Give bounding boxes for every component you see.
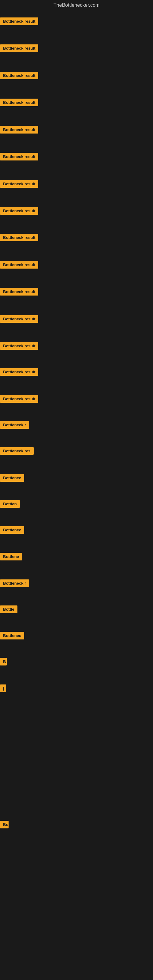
bottleneck-item: Bottleneck result: [0, 180, 38, 189]
bottleneck-item: Bottleneck result: [0, 72, 38, 81]
bottleneck-item: Bottleneck result: [0, 18, 38, 26]
bottleneck-badge[interactable]: Bottleneck result: [0, 72, 38, 79]
bottleneck-badge[interactable]: Bottleneck result: [0, 261, 38, 269]
bottleneck-badge[interactable]: Bo: [0, 821, 9, 829]
bottleneck-badge[interactable]: Bottlenec: [0, 526, 24, 534]
bottleneck-badge[interactable]: Bottleneck res: [0, 447, 33, 455]
bottleneck-item: B: [0, 658, 7, 667]
bottleneck-item: Bottleneck r: [0, 579, 29, 588]
bottleneck-item: Bottleneck result: [0, 368, 38, 377]
bottleneck-badge[interactable]: Bottleneck result: [0, 395, 38, 403]
site-title-bar: TheBottlenecker.com: [0, 0, 153, 10]
bottleneck-badge[interactable]: Bottleneck result: [0, 180, 38, 188]
bottleneck-item: Bottlene: [0, 553, 22, 562]
bottleneck-item: Bottleneck result: [0, 395, 38, 404]
bottleneck-badge[interactable]: Bottlene: [0, 553, 22, 560]
bottleneck-item: Bottlen: [0, 500, 20, 509]
bottleneck-badge[interactable]: Bottleneck result: [0, 126, 38, 134]
bottleneck-badge[interactable]: Bottleneck result: [0, 288, 38, 296]
bottleneck-badge[interactable]: Bottlen: [0, 500, 20, 508]
bottleneck-item: Bottleneck result: [0, 288, 38, 297]
bottleneck-item: Bottleneck result: [0, 315, 38, 324]
bottleneck-item: Bottleneck result: [0, 153, 38, 162]
bottleneck-item: Bottleneck result: [0, 99, 38, 108]
bottleneck-badge[interactable]: Bottleneck result: [0, 234, 38, 241]
bottleneck-badge[interactable]: Bottleneck result: [0, 315, 38, 323]
bottleneck-item: |: [0, 684, 6, 694]
bottleneck-item: Bottleneck result: [0, 126, 38, 135]
bottleneck-badge[interactable]: Bottleneck result: [0, 45, 38, 52]
bottleneck-badge[interactable]: Bottleneck result: [0, 153, 38, 161]
bottleneck-item: Bottleneck result: [0, 45, 38, 53]
bottleneck-item: Bottlenec: [0, 474, 24, 483]
bottleneck-item: Bottleneck result: [0, 261, 38, 270]
bottleneck-item: Bottle: [0, 605, 18, 614]
bottleneck-item: Bo: [0, 821, 9, 830]
bottleneck-badge[interactable]: Bottleneck result: [0, 99, 38, 106]
bottleneck-badge[interactable]: Bottlenec: [0, 474, 24, 482]
bottleneck-badge[interactable]: Bottleneck result: [0, 368, 38, 376]
bottleneck-badge[interactable]: B: [0, 658, 7, 665]
bottleneck-item: Bottleneck r: [0, 421, 29, 430]
bottleneck-badge[interactable]: Bottleneck result: [0, 342, 38, 350]
bottleneck-badge[interactable]: Bottleneck r: [0, 421, 29, 429]
bottleneck-badge[interactable]: Bottleneck r: [0, 579, 29, 587]
bottleneck-badge[interactable]: Bottlenec: [0, 632, 24, 640]
site-title: TheBottlenecker.com: [0, 0, 153, 10]
bottleneck-item: Bottlenec: [0, 632, 24, 641]
bottleneck-item: Bottleneck result: [0, 342, 38, 351]
bottleneck-badge[interactable]: |: [0, 684, 6, 692]
bottleneck-badge[interactable]: Bottleneck result: [0, 18, 38, 25]
bottleneck-item: Bottleneck result: [0, 207, 38, 216]
bottleneck-item: Bottleneck result: [0, 234, 38, 243]
bottleneck-item: Bottleneck res: [0, 447, 33, 456]
bottleneck-item: Bottlenec: [0, 526, 24, 535]
bottleneck-badge[interactable]: Bottleneck result: [0, 207, 38, 215]
bottleneck-badge[interactable]: Bottle: [0, 605, 18, 613]
